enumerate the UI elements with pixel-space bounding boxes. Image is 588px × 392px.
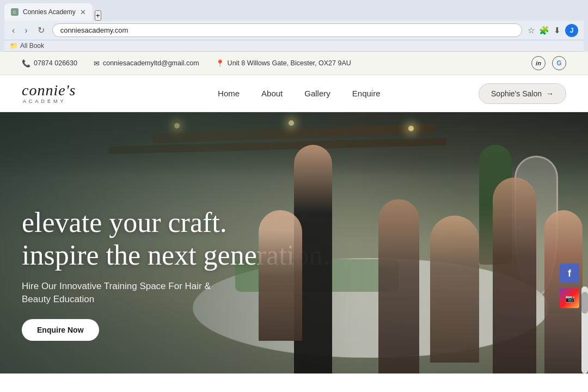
facebook-icon: f xyxy=(568,268,571,279)
nav-home[interactable]: Home xyxy=(218,89,240,98)
site-logo[interactable]: connie's ACADEMY xyxy=(22,83,76,104)
info-bar: 📞 07874 026630 ✉ conniesacademyltd@gmail… xyxy=(0,52,588,75)
website-content: 📞 07874 026630 ✉ conniesacademyltd@gmail… xyxy=(0,52,588,392)
phone-icon: 📞 xyxy=(22,59,30,68)
tab-title: Connies Academy xyxy=(23,8,76,16)
new-tab-button[interactable]: + xyxy=(95,10,101,21)
forward-button[interactable]: › xyxy=(22,24,29,36)
browser-actions: ☆ 🧩 ⬇ J xyxy=(528,24,578,37)
bookmarks-folder-icon: 📁 xyxy=(10,42,18,50)
sophies-salon-button[interactable]: Sophie's Salon → xyxy=(479,83,566,104)
email-info: ✉ conniesacademyltd@gmail.com xyxy=(94,59,199,68)
nav-cta-label: Sophie's Salon xyxy=(491,89,542,98)
instagram-icon: in xyxy=(536,60,541,66)
person-3 xyxy=(430,216,479,363)
phone-number: 07874 026630 xyxy=(34,59,77,67)
url-input[interactable] xyxy=(52,23,522,37)
person-4 xyxy=(378,199,419,373)
instagram-sidebar-icon[interactable]: 📷 xyxy=(560,289,579,308)
nav-enquire[interactable]: Enquire xyxy=(352,89,381,98)
nav-cta-arrow: → xyxy=(546,89,554,98)
extensions-icon[interactable]: 🧩 xyxy=(539,26,549,35)
hero-section: elevate your craft. inspire the next gen… xyxy=(0,112,588,373)
tab-favicon: C xyxy=(11,8,19,16)
nav-links: Home About Gallery Enquire xyxy=(120,89,479,99)
social-sidebar: f 📷 xyxy=(560,264,579,308)
hero-subtext-line2: Beauty Education xyxy=(22,294,94,304)
browser-chrome: C Connies Academy ✕ + ‹ › ↻ ☆ 🧩 ⬇ J 📁 Al… xyxy=(0,0,588,52)
nav-about[interactable]: About xyxy=(261,89,283,98)
profile-avatar[interactable]: J xyxy=(565,24,578,37)
tab-close-button[interactable]: ✕ xyxy=(80,8,86,16)
bookmarks-label[interactable]: All Book xyxy=(20,42,44,50)
hero-subtext-line1: Hire Our Innovative Training Space For H… xyxy=(22,281,211,291)
active-tab[interactable]: C Connies Academy ✕ xyxy=(4,3,93,21)
scrollbar[interactable] xyxy=(581,286,588,373)
instagram-link[interactable]: in xyxy=(531,56,546,70)
reload-button[interactable]: ↻ xyxy=(35,24,47,36)
facebook-sidebar-icon[interactable]: f xyxy=(560,264,579,283)
logo-subtitle: ACADEMY xyxy=(23,99,76,104)
nav-gallery[interactable]: Gallery xyxy=(304,89,330,98)
address-info: 📍 Unit 8 Willows Gate, Bicester, OX27 9A… xyxy=(216,59,351,68)
phone-info: 📞 07874 026630 xyxy=(22,59,77,68)
address-text: Unit 8 Willows Gate, Bicester, OX27 9AU xyxy=(228,59,351,67)
google-icon: G xyxy=(556,59,561,67)
back-button[interactable]: ‹ xyxy=(10,24,17,36)
hero-subtext: Hire Our Innovative Training Space For H… xyxy=(22,280,250,306)
seated-person xyxy=(259,210,302,341)
address-bar: ‹ › ↻ ☆ 🧩 ⬇ J xyxy=(4,21,584,40)
download-icon[interactable]: ⬇ xyxy=(554,26,561,35)
email-icon: ✉ xyxy=(94,59,100,68)
logo-name: connie's xyxy=(22,83,76,98)
instagram-sidebar-glyph: 📷 xyxy=(565,294,574,303)
bookmarks-bar: 📁 All Book xyxy=(4,40,584,52)
bookmark-star-icon[interactable]: ☆ xyxy=(528,26,535,35)
person-2 xyxy=(493,177,536,373)
email-address[interactable]: conniesacademyltd@gmail.com xyxy=(103,59,199,67)
location-icon: 📍 xyxy=(216,59,224,68)
enquire-now-button[interactable]: Enquire Now xyxy=(22,319,99,341)
scroll-thumb[interactable] xyxy=(581,292,588,314)
navbar: connie's ACADEMY Home About Gallery Enqu… xyxy=(0,75,588,112)
google-link[interactable]: G xyxy=(552,56,566,70)
social-icons-bar: in G xyxy=(531,56,566,70)
